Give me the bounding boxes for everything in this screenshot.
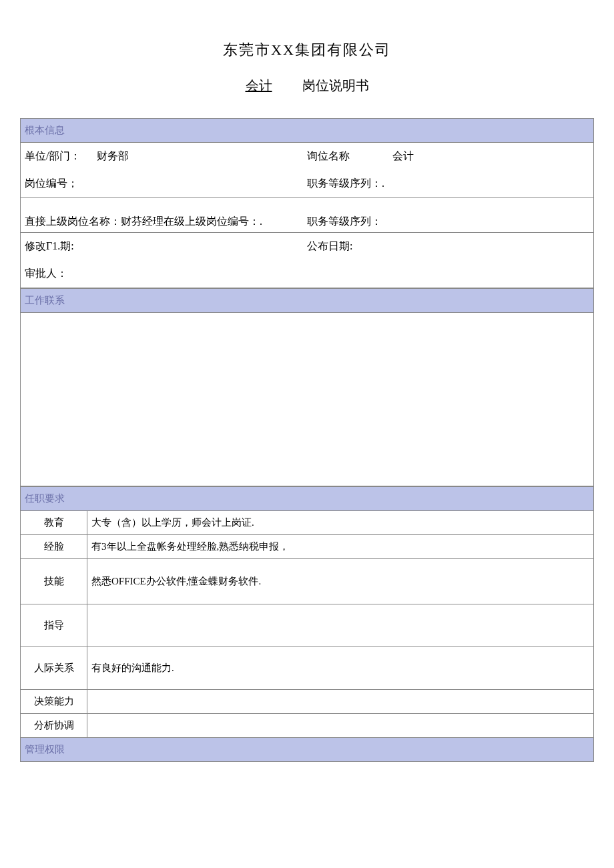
approver-label: 审批人：: [25, 267, 67, 281]
req-decision-label: 决策能力: [21, 690, 87, 714]
work-contact-body: [20, 313, 594, 486]
document-subtitle: 会计 岗位说明书: [20, 77, 594, 95]
requirements-table: 任职要求 教育 大专（含）以上学历，师会计上岗证. 经脸 有3年以上全盘帐务处理…: [20, 486, 594, 762]
position-name-underlined: 会计: [246, 78, 272, 93]
mgmt-header: 管理权限: [21, 738, 594, 762]
position-no-label: 岗位编号；: [25, 177, 78, 191]
req-education-label: 教育: [21, 511, 87, 535]
table-row: 人际关系 有良好的沟通能力.: [21, 647, 594, 690]
req-decision-value: [87, 690, 594, 714]
table-row: 分析协调: [21, 714, 594, 738]
dept-label: 单位/部门：: [25, 149, 81, 163]
basic-info-body: 单位/部门： 财务部 询位名称 会计 岗位编号； 职务等级序列：. 直接上级岗位…: [20, 143, 594, 288]
work-contact-header: 工作联系: [21, 289, 594, 313]
req-guidance-label: 指导: [21, 604, 87, 647]
superior-label: 直接上级岗位名称：财芬经理在级上级岗位编号：.: [25, 215, 262, 229]
req-experience-label: 经脸: [21, 535, 87, 559]
req-analysis-label: 分析协调: [21, 714, 87, 738]
req-guidance-value: [87, 604, 594, 647]
req-experience-value: 有3年以上全盘帐务处理经脸,熟悉纳税申报，: [87, 535, 594, 559]
rank-seq-label-2: 职务等级序列：: [307, 215, 382, 229]
basic-info-header: 根本信息: [21, 119, 594, 143]
table-row: 技能 然悉OFFICE办公软件,懂金蝶财务软件.: [21, 559, 594, 604]
requirements-header: 任职要求: [21, 487, 594, 511]
dept-value: 财务部: [97, 149, 129, 163]
req-education-value: 大专（含）以上学历，师会计上岗证.: [87, 511, 594, 535]
document-type: 岗位说明书: [302, 78, 369, 93]
position-name-value: 会计: [392, 149, 414, 163]
publish-date-label: 公布日期:: [307, 240, 352, 254]
basic-info-table: 根本信息: [20, 118, 594, 143]
position-name-label: 询位名称: [307, 149, 350, 163]
rank-seq-label: 职务等级序列：.: [307, 177, 384, 191]
table-row: 教育 大专（含）以上学历，师会计上岗证.: [21, 511, 594, 535]
table-row: 经脸 有3年以上全盘帐务处理经脸,熟悉纳税申报，: [21, 535, 594, 559]
req-interpersonal-label: 人际关系: [21, 647, 87, 690]
req-skill-label: 技能: [21, 559, 87, 604]
req-analysis-value: [87, 714, 594, 738]
modify-date-label: 修改Γ1.期:: [25, 240, 74, 254]
table-row: 决策能力: [21, 690, 594, 714]
req-interpersonal-value: 有良好的沟通能力.: [87, 647, 594, 690]
work-contact-table: 工作联系: [20, 288, 594, 313]
req-skill-value: 然悉OFFICE办公软件,懂金蝶财务软件.: [87, 559, 594, 604]
company-title: 东莞市XX集团有限公司: [20, 40, 594, 60]
table-row: 指导: [21, 604, 594, 647]
